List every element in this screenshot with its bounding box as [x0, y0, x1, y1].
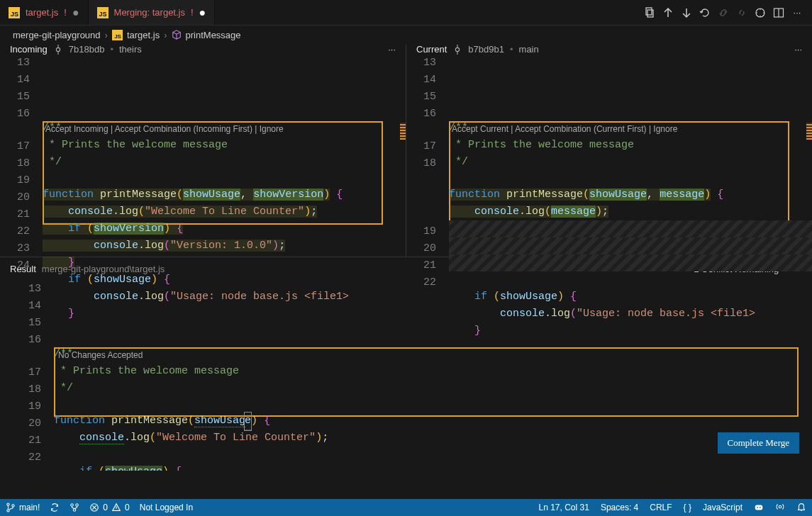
js-file-icon: JS — [97, 7, 109, 18]
tab-modified-mark: ! — [191, 7, 194, 18]
status-indent[interactable]: Spaces: 4 — [601, 503, 638, 512]
tab-modified-mark: ! — [64, 7, 67, 18]
files-icon[interactable] — [642, 5, 657, 21]
tab-label: target.js — [26, 7, 58, 18]
undo-icon[interactable] — [697, 5, 713, 21]
editor-actions: ··· — [642, 0, 812, 25]
arrow-up-icon[interactable] — [660, 5, 676, 21]
incoming-header: Incoming 7b18bdb • theirs ··· — [0, 44, 406, 55]
pane-title: Current — [416, 44, 447, 55]
svg-point-14 — [71, 504, 74, 507]
radio-icon[interactable] — [775, 502, 785, 514]
status-bar: main! 0 0 Not Logged In Ln 17, Col 31 Sp… — [0, 499, 812, 516]
branch-name[interactable]: main — [519, 44, 539, 55]
status-sync[interactable] — [50, 503, 60, 512]
overview-ruler-marker — [806, 123, 812, 140]
svg-point-22 — [779, 505, 782, 508]
tab-label: Merging: target.js — [114, 7, 185, 18]
more-icon[interactable]: ··· — [794, 44, 802, 55]
tab-target-js[interactable]: JS target.js ! ● — [0, 0, 89, 25]
tab-merging-target-js[interactable]: JS Merging: target.js ! ● — [89, 0, 216, 25]
separator-dot: • — [110, 44, 113, 55]
codelens-result: No Changes Accepted — [58, 350, 143, 360]
pane-title: Incoming — [10, 44, 48, 55]
svg-rect-0 — [646, 8, 652, 15]
codelens-incoming[interactable]: Accept Incoming | Accept Combination (In… — [45, 124, 284, 134]
chevron-right-icon: › — [105, 30, 108, 40]
svg-rect-1 — [647, 10, 653, 17]
status-problems[interactable]: 0 0 — [89, 503, 129, 512]
method-icon — [172, 30, 182, 40]
breadcrumb-symbol[interactable]: printMessage — [186, 30, 241, 40]
status-cursor-pos[interactable]: Ln 17, Col 31 — [539, 503, 589, 512]
status-branch[interactable]: main! — [6, 503, 40, 512]
svg-point-21 — [760, 507, 761, 508]
link-icon[interactable] — [716, 5, 731, 21]
unlink-icon[interactable] — [734, 5, 750, 21]
tab-bar: JS target.js ! ● JS Merging: target.js !… — [0, 0, 812, 26]
breadcrumb-folder[interactable]: merge-git-playground — [13, 30, 101, 40]
incoming-editor[interactable]: 131415161718192021222324 Accept Incoming… — [0, 55, 406, 347]
svg-point-11 — [7, 503, 9, 505]
status-language[interactable]: JavaScript — [703, 503, 743, 512]
status-eol[interactable]: CRLF — [650, 503, 672, 512]
commit-icon — [452, 45, 462, 55]
tab-dirty-dot: ● — [199, 7, 206, 18]
codelens-current[interactable]: Accept Current | Accept Combination (Cur… — [452, 124, 677, 134]
svg-point-16 — [74, 509, 77, 512]
svg-point-13 — [12, 505, 14, 507]
commit-hash[interactable]: b7bd9b1 — [468, 44, 504, 55]
breadcrumb[interactable]: merge-git-playground › JS target.js › pr… — [0, 26, 812, 44]
overview-ruler-marker — [400, 123, 406, 140]
merge-panes: Incoming 7b18bdb • theirs ··· 1314151617… — [0, 44, 812, 257]
split-editor-icon[interactable] — [771, 5, 786, 21]
svg-point-5 — [56, 47, 60, 51]
svg-point-15 — [76, 504, 79, 507]
svg-point-20 — [757, 507, 758, 508]
compass-icon[interactable] — [752, 5, 768, 21]
commit-hash[interactable]: 7b18bdb — [69, 44, 105, 55]
chevron-right-icon: › — [164, 30, 167, 40]
arrow-down-icon[interactable] — [679, 5, 694, 21]
more-icon[interactable]: ··· — [789, 5, 805, 21]
current-pane: Current b7bd9b1 • main ··· 1314151617181… — [406, 44, 812, 257]
status-remote[interactable] — [69, 503, 79, 512]
complete-merge-button[interactable]: Complete Merge — [718, 432, 800, 454]
incoming-pane: Incoming 7b18bdb • theirs ··· 1314151617… — [0, 44, 406, 257]
copilot-icon[interactable] — [754, 502, 764, 514]
svg-point-12 — [7, 510, 9, 512]
bell-icon[interactable] — [796, 502, 806, 514]
breadcrumb-file[interactable]: target.js — [127, 30, 160, 40]
js-file-icon: JS — [9, 7, 20, 18]
status-login[interactable]: Not Logged In — [140, 503, 193, 512]
current-editor[interactable]: 13141516171819202122 Accept Current | Ac… — [406, 55, 812, 364]
status-encoding[interactable]: { } — [684, 503, 691, 512]
tab-dirty-dot: ● — [72, 7, 79, 18]
svg-point-8 — [456, 47, 460, 51]
svg-rect-19 — [755, 505, 763, 510]
commit-icon — [53, 45, 63, 55]
current-header: Current b7bd9b1 • main ··· — [406, 44, 812, 55]
more-icon[interactable]: ··· — [388, 44, 396, 55]
js-file-icon: JS — [112, 30, 123, 40]
separator-dot: • — [510, 44, 513, 55]
branch-name[interactable]: theirs — [119, 44, 142, 55]
